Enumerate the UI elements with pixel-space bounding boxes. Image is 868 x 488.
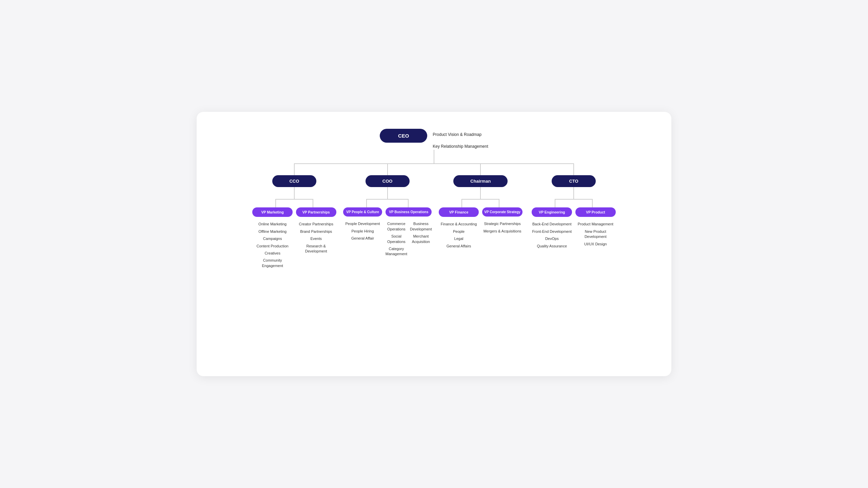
vp-prod-vline (592, 199, 593, 207)
coo-down-vline (387, 187, 388, 199)
l2-hline (294, 163, 574, 164)
cto-vp-hbar (536, 199, 611, 207)
cco-col: CCO VP Marketing Online Marketing Offl (248, 175, 341, 268)
item: New Product Development (575, 229, 616, 240)
cco-down-vline (294, 187, 295, 199)
item: Quality Assurance (537, 244, 567, 249)
vp-finance-items: Finance & Accounting People Legal Genera… (441, 222, 477, 249)
vp-prod-items: Product Management New Product Developme… (575, 222, 616, 247)
vp-eng-pill: VP Engineering (532, 207, 572, 217)
cco-pill: CCO (272, 175, 316, 187)
coo-pill: COO (366, 175, 410, 187)
vp-ppc-pill: VP People & Culture (343, 207, 382, 217)
cto-vp-row: VP Engineering Back-End Development Fron… (532, 207, 615, 249)
vp-biz-col1: Commerce Operations Social Operations Ca… (386, 221, 407, 257)
vp-biz-vline (408, 199, 409, 207)
vp-eng-vline (555, 199, 555, 207)
vp-biz-items-wrap: Commerce Operations Social Operations Ca… (386, 221, 432, 257)
l2-pills-row: CCO VP Marketing Online Marketing Offl (248, 175, 620, 268)
cco-vp-row: VP Marketing Online Marketing Offline Ma… (252, 207, 336, 268)
item: Campaigns (263, 236, 282, 241)
cco-vp-hline (276, 199, 313, 200)
vp-corp-vline (499, 199, 499, 207)
cto-down-vline (573, 187, 574, 199)
coo-vp-row: VP People & Culture People Development P… (343, 207, 432, 257)
vp-corp-pill: VP Corporate Strategy (482, 207, 522, 217)
vp-partners-vline (313, 199, 313, 207)
vp-biz-col2: Business Development Merchant Acquisitio… (410, 221, 432, 257)
vp-prod-pill: VP Product (575, 207, 616, 217)
chairman-down-vline (480, 187, 481, 199)
vp-corp-items: Strategic Partnerships Mergers & Acquisi… (484, 221, 521, 234)
cco-vp-hbar (257, 199, 332, 207)
vp-eng-items: Back-End Development Front-End Developme… (532, 222, 572, 249)
item: People Hiring (352, 229, 374, 234)
cto-pill: CTO (552, 175, 596, 187)
l2-hbar-row (248, 163, 620, 175)
vp-biz-col: VP Business Operations Commerce Operatio… (386, 207, 432, 257)
vp-ppc-vline (366, 199, 367, 207)
item: Legal (454, 236, 463, 241)
vp-marketing-items: Online Marketing Offline Marketing Campa… (252, 222, 293, 268)
item: Finance & Accounting (441, 222, 477, 227)
item: Strategic Partnerships (484, 221, 521, 226)
item: Brand Partnerships (300, 229, 332, 234)
vp-finance-pill: VP Finance (439, 207, 479, 217)
item: Category Management (386, 246, 407, 257)
ceo-row: CEO Product Vision & Roadmap Key Relatio… (207, 129, 661, 150)
l2-vline-chairman (480, 163, 481, 175)
ceo-section: CEO (380, 129, 427, 143)
item: Merchant Acquisition (410, 234, 432, 244)
cto-col: CTO VP Engineering Back-End Development … (527, 175, 620, 268)
item: Product Management (578, 222, 613, 227)
item: General Affair (351, 236, 374, 241)
vp-partnerships-items: Creator Partnerships Brand Partnerships … (296, 222, 336, 254)
coo-vp-hline (367, 199, 409, 200)
item: People Development (346, 221, 380, 226)
item: DevOps (545, 236, 559, 241)
l2-vline-coo (387, 163, 388, 175)
chairman-pill: Chairman (453, 175, 508, 187)
vp-partnerships-pill: VP Partnerships (296, 207, 336, 217)
coo-col: COO VP People & Culture People Developme… (341, 175, 434, 268)
vp-partnerships-col: VP Partnerships Creator Partnerships Bra… (296, 207, 336, 254)
vp-finance-col: VP Finance Finance & Accounting People L… (439, 207, 479, 249)
chairman-vp-row: VP Finance Finance & Accounting People L… (439, 207, 522, 249)
item: Business Development (410, 221, 432, 232)
chart-body: CEO Product Vision & Roadmap Key Relatio… (207, 125, 661, 272)
vp-marketing-col: VP Marketing Online Marketing Offline Ma… (252, 207, 293, 268)
item: UI/UX Design (584, 242, 607, 247)
item: Offline Marketing (258, 229, 287, 234)
item: General Affairs (447, 244, 471, 249)
ceo-notes: Product Vision & Roadmap Key Relationshi… (433, 131, 488, 150)
vp-corp-col: VP Corporate Strategy Strategic Partners… (482, 207, 522, 234)
vp-eng-col: VP Engineering Back-End Development Fron… (532, 207, 572, 249)
ceo-note-2: Key Relationship Management (433, 143, 488, 150)
item: Community Engagement (252, 258, 293, 268)
chairman-vp-hbar (443, 199, 518, 207)
chairman-vp-hline (462, 199, 499, 200)
item: People (453, 229, 465, 234)
l2-vline-cco (294, 163, 295, 175)
vp-fin-vline (461, 199, 462, 207)
item: Front-End Development (532, 229, 572, 234)
item: Mergers & Acquisitions (484, 229, 521, 234)
vp-ppc-col: VP People & Culture People Development P… (343, 207, 382, 241)
cto-vp-hline (555, 199, 592, 200)
item: Back-End Development (532, 222, 572, 227)
ceo-vline (434, 150, 434, 163)
item: Creator Partnerships (299, 222, 333, 227)
org-chart-card: CEO Product Vision & Roadmap Key Relatio… (197, 112, 671, 376)
item: Events (310, 236, 322, 241)
coo-vp-hbar (346, 199, 429, 207)
item: Research & Development (296, 244, 336, 254)
vp-biz-pill: VP Business Operations (386, 207, 432, 217)
item: Social Operations (386, 234, 407, 244)
item: Commerce Operations (386, 221, 407, 232)
item: Creatives (264, 251, 280, 256)
ceo-note-1: Product Vision & Roadmap (433, 131, 488, 138)
vp-marketing-pill: VP Marketing (252, 207, 293, 217)
vp-ppc-items: People Development People Hiring General… (346, 221, 380, 241)
chairman-col: Chairman VP Finance Finance & Accounting… (434, 175, 527, 268)
ceo-pill: CEO (380, 129, 427, 143)
